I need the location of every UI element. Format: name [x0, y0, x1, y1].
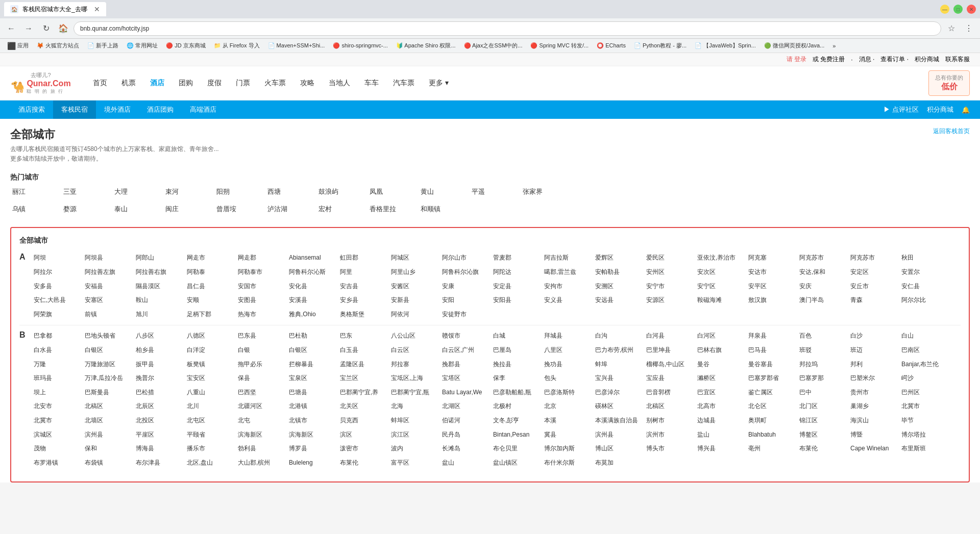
- utility-points[interactable]: 积分商城: [915, 55, 939, 64]
- city-batang[interactable]: 巴塘县: [287, 386, 338, 399]
- city-alukeqin-qi[interactable]: 阿鲁科尔沁旗: [440, 266, 491, 279]
- city-antu[interactable]: 安图县: [236, 294, 287, 307]
- city-atami[interactable]: 热海市: [236, 308, 287, 321]
- hot-city-shuhe[interactable]: 束河: [163, 186, 214, 197]
- city-aohan[interactable]: 敖汉旗: [746, 294, 797, 307]
- city-fuping-qu[interactable]: 富平区: [389, 456, 440, 470]
- city-banma[interactable]: 班玛县: [32, 372, 83, 385]
- nav-train[interactable]: 火车票: [258, 75, 292, 91]
- city-banjar[interactable]: Banjar,布兰伦: [899, 358, 950, 371]
- home-button[interactable]: 🏠: [56, 21, 70, 36]
- hot-city-minzhuang[interactable]: 闽庄: [163, 204, 214, 215]
- city-akesu2[interactable]: 阿克苏市: [848, 251, 899, 265]
- city-baisha[interactable]: 白沙: [848, 329, 899, 343]
- city-anding[interactable]: 安定区: [848, 266, 899, 279]
- city-badou[interactable]: 巴拿都: [32, 329, 83, 343]
- bookmark-python[interactable]: 📄 Python教程 - 廖...: [631, 41, 690, 50]
- city-laqiao[interactable]: 濑桥区: [695, 372, 746, 385]
- city-bulailun[interactable]: 布莱伦: [338, 456, 389, 470]
- city-aerbi[interactable]: 阿尔尔比: [899, 294, 950, 307]
- bookmark-firefox[interactable]: 🦊 火狐官方站点: [34, 41, 82, 50]
- city-aletai[interactable]: 阿勒泰: [185, 266, 236, 279]
- city-bazhou[interactable]: 巴州区: [899, 386, 950, 399]
- city-bali-qu[interactable]: 八里区: [542, 344, 593, 357]
- hot-city-huangshan[interactable]: 黄山: [419, 186, 470, 197]
- city-dashangun[interactable]: 大山郡,槟州: [236, 456, 287, 470]
- city-bintan[interactable]: Bintan,Pesan: [491, 428, 542, 442]
- city-bandung[interactable]: 万隆: [32, 358, 83, 371]
- city-ajiras[interactable]: 阿吉拉斯: [542, 251, 593, 265]
- city-baishui-xian[interactable]: 白水县: [32, 344, 83, 357]
- subnav-luxury[interactable]: 高端酒店: [182, 100, 225, 119]
- city-pinganqu[interactable]: 平崖区: [134, 428, 185, 442]
- city-banzhu[interactable]: 班驳: [797, 344, 848, 357]
- url-bar[interactable]: bnb.qunar.com/hotcity.jsp: [74, 21, 941, 36]
- nav-locals[interactable]: 当地人: [323, 75, 356, 91]
- city-bangdengzhen[interactable]: 板凳镇: [185, 358, 236, 371]
- city-baiyin-qu[interactable]: 白银区: [83, 344, 134, 357]
- city-beizhen[interactable]: 北镇市: [287, 414, 338, 427]
- city-babu[interactable]: 八步区: [134, 329, 185, 343]
- city-bortala[interactable]: 博尔塔拉: [899, 428, 950, 442]
- nav-guide[interactable]: 攻略: [294, 75, 321, 91]
- city-changren[interactable]: 昌仁县: [185, 280, 236, 293]
- city-borganes[interactable]: 博尔加内斯: [542, 442, 593, 455]
- city-anqing[interactable]: 安庆: [797, 280, 848, 293]
- city-baihe-xian[interactable]: 白河县: [644, 329, 695, 343]
- city-anse[interactable]: 安塞区: [83, 294, 134, 307]
- city-binzhou-xian[interactable]: 滨州县: [83, 428, 134, 442]
- city-bangli[interactable]: 邦利: [848, 358, 899, 371]
- city-alangshan[interactable]: 阿郎山: [134, 251, 185, 265]
- city-biancheng[interactable]: 边城县: [695, 414, 746, 427]
- forward-button[interactable]: →: [21, 21, 36, 36]
- city-anjushi[interactable]: 安拘市: [542, 280, 593, 293]
- city-ganrui[interactable]: 赣馁市: [440, 329, 491, 343]
- utility-contact[interactable]: 联系客服: [945, 55, 970, 64]
- city-baoxian[interactable]: 保县: [236, 372, 287, 385]
- city-aletai-city[interactable]: 阿勒泰市: [236, 266, 287, 279]
- city-akesu[interactable]: 阿克苏市: [797, 251, 848, 265]
- hot-city-zhangjiajie[interactable]: 张家界: [521, 186, 572, 197]
- hot-city-zengtouyan[interactable]: 曾厝垵: [214, 204, 265, 215]
- subnav-hotel-group[interactable]: 酒店团购: [139, 100, 182, 119]
- city-beigao-shi[interactable]: 北稿区: [644, 400, 695, 413]
- city-anci[interactable]: 安次区: [695, 266, 746, 279]
- city-beiqiang-qu[interactable]: 北墙区: [83, 414, 134, 427]
- city-baiyin-qu2[interactable]: 白银区: [287, 344, 338, 357]
- city-bonei[interactable]: 波内: [389, 442, 440, 455]
- city-esha[interactable]: 崿沙: [899, 372, 950, 385]
- city-binzhou-city[interactable]: 滨州市: [644, 428, 695, 442]
- city-bushmills[interactable]: 布什米尔斯: [542, 456, 593, 470]
- city-tuojia[interactable]: 拖甲必乐: [236, 358, 287, 371]
- city-beigangzhen[interactable]: 北港镇: [287, 400, 338, 413]
- subnav-hotel-search[interactable]: 酒店搜索: [10, 100, 53, 119]
- city-ga-leilan[interactable]: 噶郡,雷兰兹: [542, 266, 593, 279]
- hot-city-xitang[interactable]: 西塘: [265, 186, 316, 197]
- hot-city-yangshuo[interactable]: 阳朔: [214, 186, 265, 197]
- city-baohe[interactable]: 保和: [83, 442, 134, 455]
- city-beichuan[interactable]: 北川: [185, 400, 236, 413]
- city-bazhongshan[interactable]: 八重山: [185, 386, 236, 399]
- reload-button[interactable]: ↻: [39, 21, 53, 36]
- bookmark-common[interactable]: 🌐 常用网址: [124, 41, 161, 50]
- back-to-inn-link[interactable]: 返回客栈首页: [933, 127, 970, 136]
- city-akesai[interactable]: 阿克塞: [746, 251, 797, 265]
- hot-city-hongcun[interactable]: 宏村: [316, 204, 368, 215]
- city-anzhou[interactable]: 安州区: [644, 266, 695, 279]
- city-badong[interactable]: 巴东县: [236, 329, 287, 343]
- city-liuye-zhongshan[interactable]: 榴椰岛,中山区: [644, 358, 695, 371]
- bookmark-javaweb[interactable]: 📄 【JavaWeb】Sprin...: [692, 41, 759, 50]
- hot-city-fenghuang[interactable]: 凤凰: [368, 186, 419, 197]
- city-binzhou-xian2[interactable]: 滨州县: [593, 428, 644, 442]
- city-bole[interactable]: 播乐市: [185, 442, 236, 455]
- city-bernuo[interactable]: 伯诺河: [440, 414, 491, 427]
- city-bijie[interactable]: 毕节: [899, 414, 950, 427]
- city-baiyin[interactable]: 白银: [236, 344, 287, 357]
- city-jixian[interactable]: 冀县: [542, 428, 593, 442]
- city-baihe-qu[interactable]: 白河区: [695, 329, 746, 343]
- city-anmo-qu[interactable]: 隰县漠区: [134, 280, 185, 293]
- subnav-reviews[interactable]: ▶ 点评社区: [884, 105, 919, 114]
- hot-city-shangri-la[interactable]: 香格里拉: [368, 204, 419, 215]
- city-baoxing[interactable]: 宝兴县: [593, 372, 644, 385]
- city-haibin-shan[interactable]: 海滨山: [848, 414, 899, 427]
